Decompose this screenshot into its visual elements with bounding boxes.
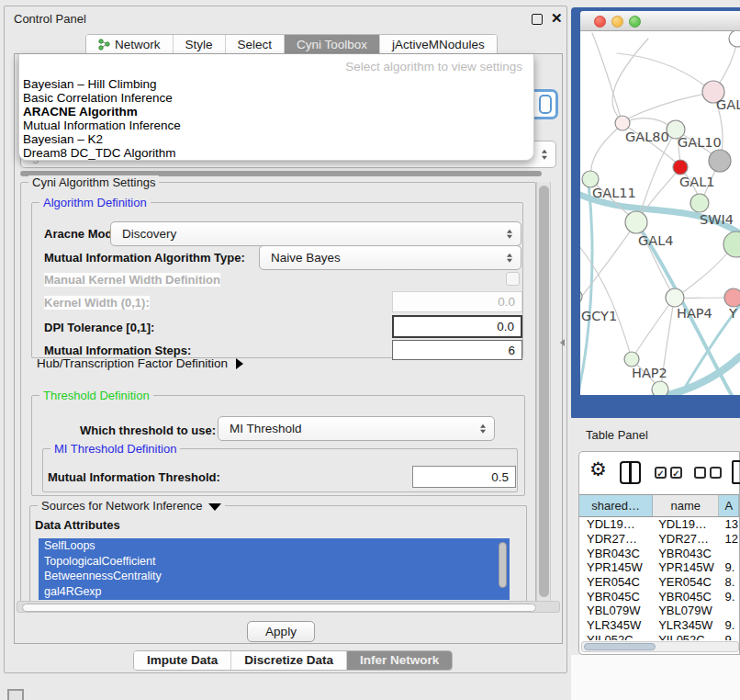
- table-cell: 9.: [719, 618, 739, 632]
- mi-type-select[interactable]: Naive Bayes: [259, 245, 521, 270]
- settings-horizontal-scrollbar[interactable]: [17, 601, 560, 613]
- node-swi4[interactable]: [723, 231, 740, 257]
- network-view-window[interactable]: GALGAL80GAL10GAL1GAL11SWI4GAL4GCY1HAP4YH…: [571, 7, 740, 420]
- column-header[interactable]: shared…: [579, 495, 653, 516]
- table-cell: YBR043C: [653, 547, 719, 560]
- apply-button[interactable]: Apply: [247, 621, 315, 642]
- table-row[interactable]: YLR345WYLR345W9.: [579, 618, 739, 633]
- table-row[interactable]: YDL19…YDL19…13: [579, 517, 739, 532]
- tab-select[interactable]: Select: [225, 35, 285, 54]
- attribute-list-item[interactable]: SelfLoops: [39, 538, 510, 554]
- mi-steps-field[interactable]: 6: [392, 340, 522, 360]
- network-edge[interactable]: [638, 131, 676, 219]
- attribute-list-item[interactable]: TopologicalCoefficient: [39, 554, 510, 570]
- scrollbar-thumb[interactable]: [584, 643, 656, 650]
- unchecked-checkbox-icon[interactable]: [710, 467, 722, 479]
- table-row[interactable]: YBR043CYBR043C: [579, 546, 739, 560]
- close-window-icon[interactable]: [594, 16, 606, 28]
- zoom-window-icon[interactable]: [629, 16, 641, 28]
- table-row[interactable]: YIL052CYIL052C9.: [579, 633, 739, 641]
- mi-threshold-group-title: MI Threshold Definition: [50, 442, 180, 456]
- unchecked-checkbox-icon[interactable]: [694, 467, 706, 479]
- network-edge[interactable]: [580, 224, 635, 300]
- gear-icon[interactable]: ⚙: [589, 459, 607, 479]
- collapse-down-icon[interactable]: [208, 503, 221, 511]
- algorithm-option[interactable]: Bayesian – K2: [19, 132, 533, 146]
- node-label-gcy1: GCY1: [581, 309, 617, 323]
- tab-cyni-toolbox[interactable]: Cyni Toolbox: [284, 35, 379, 54]
- float-panel-icon[interactable]: [532, 14, 543, 25]
- attribute-list-item[interactable]: BetweennessCentrality: [39, 569, 510, 584]
- split-columns-icon[interactable]: [620, 461, 641, 484]
- minimized-panel-icon[interactable]: [7, 689, 24, 700]
- scrollbar-thumb[interactable]: [22, 604, 536, 612]
- network-edge[interactable]: [580, 184, 592, 395]
- data-attributes-list[interactable]: SelfLoopsTopologicalCoefficientBetweenne…: [39, 538, 510, 600]
- settings-vertical-scrollbar[interactable]: [536, 182, 551, 610]
- tab-jactivemnodules[interactable]: jActiveMNodules: [379, 35, 497, 54]
- network-window-titlebar[interactable]: [580, 11, 740, 31]
- algorithm-option[interactable]: Mutual Information Inference: [19, 119, 533, 132]
- node-gray[interactable]: [709, 150, 731, 172]
- node-hap2[interactable]: [624, 352, 639, 367]
- document-icon[interactable]: [732, 460, 740, 484]
- tab-style[interactable]: Style: [173, 35, 225, 54]
- tab-network[interactable]: Network: [86, 35, 173, 54]
- node-gcy1[interactable]: [580, 289, 582, 304]
- table-horizontal-scrollbar[interactable]: [581, 641, 739, 652]
- table-cell: YLR345W: [579, 618, 653, 632]
- tab-impute-data[interactable]: Impute Data: [134, 651, 230, 670]
- node-pink-right[interactable]: [724, 288, 740, 307]
- mi-type-label: Mutual Information Algorithm Type:: [44, 251, 245, 265]
- tab-infer-network[interactable]: Infer Network: [346, 651, 452, 670]
- network-edge[interactable]: [716, 40, 737, 88]
- column-header[interactable]: A: [719, 495, 739, 516]
- algorithm-select-stepper[interactable]: [539, 95, 552, 114]
- algorithm-option[interactable]: ARACNE Algorithm: [19, 105, 533, 119]
- network-edge[interactable]: [633, 299, 673, 356]
- close-panel-icon[interactable]: ✕: [551, 10, 563, 27]
- table-row[interactable]: YBR045CYBR045C9.: [579, 589, 739, 604]
- hub-definition-expander[interactable]: Hub/Transcription Factor Definition: [37, 356, 243, 370]
- algorithm-option[interactable]: Bayesian – Hill Climbing: [19, 77, 533, 91]
- network-edge[interactable]: [624, 93, 711, 120]
- dpi-tolerance-field[interactable]: 0.0: [392, 315, 522, 338]
- table-toolbar: ⚙ ✓ ✓: [579, 452, 739, 492]
- mi-threshold-field[interactable]: 0.5: [412, 466, 516, 488]
- node-top-right[interactable]: [729, 31, 740, 47]
- scrollbar-thumb[interactable]: [539, 186, 549, 597]
- minimize-window-icon[interactable]: [611, 16, 623, 28]
- column-header[interactable]: name: [653, 495, 719, 516]
- node-bottom[interactable]: [652, 381, 668, 395]
- algorithm-option[interactable]: Basic Correlation Inference: [19, 91, 533, 105]
- table-row[interactable]: YBL079WYBL079W: [579, 604, 739, 618]
- table-row[interactable]: YDR27…YDR27…12: [579, 532, 739, 547]
- table-cell: 8.: [719, 575, 739, 589]
- network-edge[interactable]: [591, 125, 622, 177]
- algorithm-option[interactable]: Dream8 DC_TDC Algorithm: [19, 146, 533, 160]
- splitpane-collapse-arrow-icon[interactable]: [560, 339, 565, 346]
- node-gal1[interactable]: [690, 194, 709, 212]
- checked-checkbox-icon[interactable]: ✓: [655, 467, 667, 479]
- network-edge[interactable]: [592, 33, 621, 118]
- node-hap4[interactable]: [666, 288, 684, 307]
- tab-label: Style: [185, 35, 213, 54]
- network-edge[interactable]: [677, 298, 732, 299]
- which-threshold-select[interactable]: MI Threshold: [218, 416, 495, 441]
- manual-kernel-checkbox[interactable]: [506, 272, 520, 286]
- kernel-width-field[interactable]: 0.0: [392, 291, 522, 312]
- tab-discretize-data[interactable]: Discretize Data: [230, 651, 346, 670]
- node-gal4[interactable]: [625, 211, 647, 233]
- table-cell: YDR27…: [653, 532, 719, 546]
- table-row[interactable]: YPR145WYPR145W9.: [579, 560, 739, 575]
- aracne-mode-select[interactable]: Discovery: [110, 221, 521, 246]
- attribute-list-item[interactable]: gal4RGexp: [39, 584, 510, 600]
- node-gal80[interactable]: [615, 116, 630, 130]
- bottom-tabbar: Impute DataDiscretize DataInfer Network: [133, 650, 453, 671]
- list-scrollbar-thumb[interactable]: [499, 542, 507, 588]
- node-red[interactable]: [673, 160, 688, 175]
- hub-definition-label: Hub/Transcription Factor Definition: [37, 356, 228, 370]
- network-canvas[interactable]: GALGAL80GAL10GAL1GAL11SWI4GAL4GCY1HAP4YH…: [580, 31, 740, 395]
- table-row[interactable]: YER054CYER054C8.: [579, 575, 739, 590]
- checked-checkbox-icon[interactable]: ✓: [670, 467, 682, 479]
